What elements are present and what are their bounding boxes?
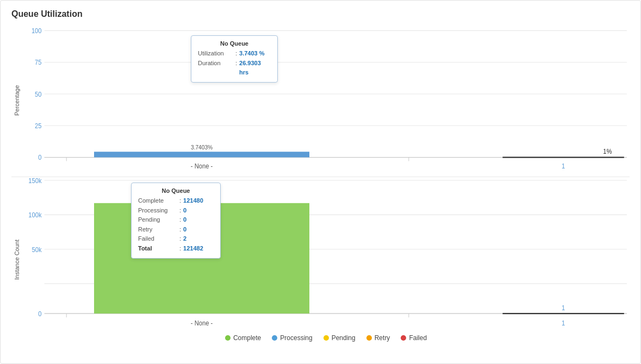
legend-dot-retry xyxy=(366,335,372,341)
svg-text:50: 50 xyxy=(35,90,42,98)
legend-dot-failed xyxy=(401,335,406,341)
bottom-chart-inner: 150k 100k 50k 0 1 xyxy=(22,177,630,343)
charts-area: Percentage 100 75 50 25 xyxy=(11,24,630,343)
svg-text:1%: 1% xyxy=(603,147,612,155)
legend-dot-pending xyxy=(323,335,329,341)
svg-text:1: 1 xyxy=(562,304,565,312)
top-chart-svg: 100 75 50 25 0 3.7403% xyxy=(22,24,630,177)
svg-text:0: 0 xyxy=(38,154,42,162)
legend-label-failed: Failed xyxy=(409,334,427,342)
legend-bar: Complete Processing Pending Retry xyxy=(22,330,630,343)
svg-text:75: 75 xyxy=(35,59,42,67)
svg-text:0: 0 xyxy=(38,310,41,318)
top-chart-svg-area: 100 75 50 25 0 3.7403% xyxy=(22,24,630,177)
legend-label-retry: Retry xyxy=(375,334,390,342)
legend-dot-processing xyxy=(272,335,277,341)
bottom-chart-svg: 150k 100k 50k 0 1 xyxy=(22,177,630,330)
legend-item-retry: Retry xyxy=(366,334,390,342)
y-axis-label-instance: Instance Count xyxy=(11,177,22,343)
svg-text:100: 100 xyxy=(32,27,42,35)
legend-item-pending: Pending xyxy=(323,334,356,342)
svg-text:- None -: - None - xyxy=(191,319,213,327)
bottom-chart-svg-area: 150k 100k 50k 0 1 xyxy=(22,177,630,330)
svg-text:3.7403%: 3.7403% xyxy=(191,143,213,150)
legend-label-complete: Complete xyxy=(233,334,261,342)
svg-text:25: 25 xyxy=(35,122,42,130)
bottom-chart-wrapper: Instance Count 150k 100k 50k 0 xyxy=(11,177,630,343)
svg-text:- None -: - None - xyxy=(191,162,213,171)
y-axis-label-percentage: Percentage xyxy=(11,24,22,177)
top-bar-none xyxy=(94,152,309,157)
top-chart-wrapper: Percentage 100 75 50 25 xyxy=(11,24,630,177)
svg-text:100k: 100k xyxy=(28,211,42,219)
page-container: Queue Utilization Percentage 100 75 xyxy=(0,0,641,364)
legend-label-processing: Processing xyxy=(280,334,312,342)
svg-text:150k: 150k xyxy=(28,177,42,185)
top-chart-inner: 100 75 50 25 0 3.7403% xyxy=(22,24,630,177)
svg-text:50k: 50k xyxy=(32,246,42,254)
svg-text:1: 1 xyxy=(562,319,565,327)
bottom-bar-none xyxy=(94,203,309,313)
legend-item-failed: Failed xyxy=(401,334,427,342)
legend-item-complete: Complete xyxy=(225,334,261,342)
legend-label-pending: Pending xyxy=(332,334,356,342)
legend-item-processing: Processing xyxy=(272,334,312,342)
legend-dot-complete xyxy=(225,335,231,341)
svg-text:1: 1 xyxy=(562,162,565,171)
page-title: Queue Utilization xyxy=(11,9,630,19)
